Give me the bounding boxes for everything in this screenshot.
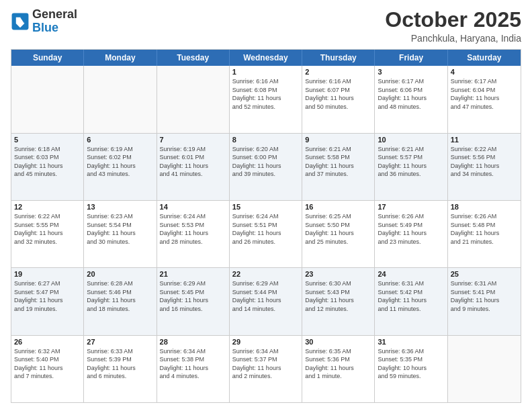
title-block: October 2025 Panchkula, Haryana, India [385,8,521,44]
day-info: Sunrise: 6:34 AM Sunset: 5:37 PM Dayligh… [232,347,299,381]
day-info: Sunrise: 6:16 AM Sunset: 6:08 PM Dayligh… [232,77,299,111]
location: Panchkula, Haryana, India [385,33,521,44]
day-header: Tuesday [157,50,230,66]
day-info: Sunrise: 6:27 AM Sunset: 5:47 PM Dayligh… [14,279,81,313]
day-cell: 31Sunrise: 6:36 AM Sunset: 5:35 PM Dayli… [375,336,447,402]
day-headers: SundayMondayTuesdayWednesdayThursdayFrid… [11,50,521,66]
day-number: 21 [160,270,226,278]
day-info: Sunrise: 6:22 AM Sunset: 5:55 PM Dayligh… [14,212,81,246]
day-cell: 5Sunrise: 6:18 AM Sunset: 6:03 PM Daylig… [11,134,84,200]
day-cell: 26Sunrise: 6:32 AM Sunset: 5:40 PM Dayli… [11,336,84,402]
day-cell: 13Sunrise: 6:23 AM Sunset: 5:54 PM Dayli… [84,201,157,267]
day-info: Sunrise: 6:22 AM Sunset: 5:56 PM Dayligh… [451,145,518,179]
day-info: Sunrise: 6:18 AM Sunset: 6:03 PM Dayligh… [14,145,81,179]
day-cell [84,66,157,132]
day-header: Sunday [11,50,84,66]
week-row: 5Sunrise: 6:18 AM Sunset: 6:03 PM Daylig… [11,133,521,200]
day-info: Sunrise: 6:24 AM Sunset: 5:53 PM Dayligh… [160,212,226,246]
day-info: Sunrise: 6:30 AM Sunset: 5:43 PM Dayligh… [305,279,371,313]
week-row: 12Sunrise: 6:22 AM Sunset: 5:55 PM Dayli… [11,200,521,267]
week-row: 26Sunrise: 6:32 AM Sunset: 5:40 PM Dayli… [11,335,521,402]
logo: General Blue [11,8,77,35]
day-info: Sunrise: 6:29 AM Sunset: 5:44 PM Dayligh… [232,279,299,313]
day-number: 14 [160,203,226,211]
day-number: 24 [378,270,444,278]
logo-text: General Blue [32,8,77,35]
day-header: Friday [375,50,447,66]
day-cell: 30Sunrise: 6:35 AM Sunset: 5:36 PM Dayli… [302,336,375,402]
day-info: Sunrise: 6:20 AM Sunset: 6:00 PM Dayligh… [232,145,299,179]
day-info: Sunrise: 6:28 AM Sunset: 5:46 PM Dayligh… [87,279,153,313]
calendar: SundayMondayTuesdayWednesdayThursdayFrid… [11,49,521,403]
day-info: Sunrise: 6:19 AM Sunset: 6:02 PM Dayligh… [87,145,153,179]
day-info: Sunrise: 6:31 AM Sunset: 5:42 PM Dayligh… [378,279,444,313]
day-number: 27 [87,338,153,346]
day-cell: 25Sunrise: 6:31 AM Sunset: 5:41 PM Dayli… [448,268,521,334]
day-header: Wednesday [230,50,302,66]
calendar-body: 1Sunrise: 6:16 AM Sunset: 6:08 PM Daylig… [11,66,521,402]
week-row: 1Sunrise: 6:16 AM Sunset: 6:08 PM Daylig… [11,66,521,132]
day-number: 13 [87,203,153,211]
day-info: Sunrise: 6:21 AM Sunset: 5:57 PM Dayligh… [378,145,444,179]
day-number: 12 [14,203,81,211]
day-cell: 14Sunrise: 6:24 AM Sunset: 5:53 PM Dayli… [157,201,230,267]
day-number: 11 [451,136,518,144]
day-number: 3 [378,68,444,76]
day-cell: 15Sunrise: 6:24 AM Sunset: 5:51 PM Dayli… [230,201,302,267]
day-number: 30 [305,338,371,346]
day-info: Sunrise: 6:26 AM Sunset: 5:48 PM Dayligh… [451,212,518,246]
day-cell: 21Sunrise: 6:29 AM Sunset: 5:45 PM Dayli… [157,268,230,334]
day-cell: 24Sunrise: 6:31 AM Sunset: 5:42 PM Dayli… [375,268,447,334]
day-info: Sunrise: 6:17 AM Sunset: 6:06 PM Dayligh… [378,77,444,111]
day-number: 7 [160,136,226,144]
month-title: October 2025 [385,8,521,32]
page: General Blue October 2025 Panchkula, Har… [0,0,532,411]
day-cell: 18Sunrise: 6:26 AM Sunset: 5:48 PM Dayli… [448,201,521,267]
day-number: 9 [305,136,371,144]
day-info: Sunrise: 6:32 AM Sunset: 5:40 PM Dayligh… [14,347,81,381]
day-info: Sunrise: 6:34 AM Sunset: 5:38 PM Dayligh… [160,347,226,381]
day-info: Sunrise: 6:31 AM Sunset: 5:41 PM Dayligh… [451,279,518,313]
day-cell: 7Sunrise: 6:19 AM Sunset: 6:01 PM Daylig… [157,134,230,200]
day-cell: 27Sunrise: 6:33 AM Sunset: 5:39 PM Dayli… [84,336,157,402]
day-header: Saturday [448,50,521,66]
header: General Blue October 2025 Panchkula, Har… [11,8,521,44]
day-number: 1 [232,68,299,76]
day-cell [448,336,521,402]
day-cell [11,66,84,132]
day-number: 29 [232,338,299,346]
day-number: 20 [87,270,153,278]
day-cell: 6Sunrise: 6:19 AM Sunset: 6:02 PM Daylig… [84,134,157,200]
day-info: Sunrise: 6:26 AM Sunset: 5:49 PM Dayligh… [378,212,444,246]
day-cell: 12Sunrise: 6:22 AM Sunset: 5:55 PM Dayli… [11,201,84,267]
day-cell: 1Sunrise: 6:16 AM Sunset: 6:08 PM Daylig… [230,66,302,132]
day-cell [157,66,230,132]
day-cell: 2Sunrise: 6:16 AM Sunset: 6:07 PM Daylig… [302,66,375,132]
day-number: 4 [451,68,518,76]
day-info: Sunrise: 6:29 AM Sunset: 5:45 PM Dayligh… [160,279,226,313]
day-info: Sunrise: 6:21 AM Sunset: 5:58 PM Dayligh… [305,145,371,179]
day-number: 10 [378,136,444,144]
day-info: Sunrise: 6:24 AM Sunset: 5:51 PM Dayligh… [232,212,299,246]
day-number: 28 [160,338,226,346]
day-info: Sunrise: 6:23 AM Sunset: 5:54 PM Dayligh… [87,212,153,246]
day-cell: 19Sunrise: 6:27 AM Sunset: 5:47 PM Dayli… [11,268,84,334]
day-number: 26 [14,338,81,346]
day-cell: 22Sunrise: 6:29 AM Sunset: 5:44 PM Dayli… [230,268,302,334]
day-number: 8 [232,136,299,144]
day-number: 18 [451,203,518,211]
day-info: Sunrise: 6:25 AM Sunset: 5:50 PM Dayligh… [305,212,371,246]
day-cell: 17Sunrise: 6:26 AM Sunset: 5:49 PM Dayli… [375,201,447,267]
day-number: 15 [232,203,299,211]
day-info: Sunrise: 6:16 AM Sunset: 6:07 PM Dayligh… [305,77,371,111]
day-cell: 9Sunrise: 6:21 AM Sunset: 5:58 PM Daylig… [302,134,375,200]
day-info: Sunrise: 6:36 AM Sunset: 5:35 PM Dayligh… [378,347,444,381]
day-number: 17 [378,203,444,211]
day-info: Sunrise: 6:17 AM Sunset: 6:04 PM Dayligh… [451,77,518,111]
day-number: 6 [87,136,153,144]
day-cell: 11Sunrise: 6:22 AM Sunset: 5:56 PM Dayli… [448,134,521,200]
day-number: 25 [451,270,518,278]
day-cell: 10Sunrise: 6:21 AM Sunset: 5:57 PM Dayli… [375,134,447,200]
day-info: Sunrise: 6:33 AM Sunset: 5:39 PM Dayligh… [87,347,153,381]
day-cell: 23Sunrise: 6:30 AM Sunset: 5:43 PM Dayli… [302,268,375,334]
